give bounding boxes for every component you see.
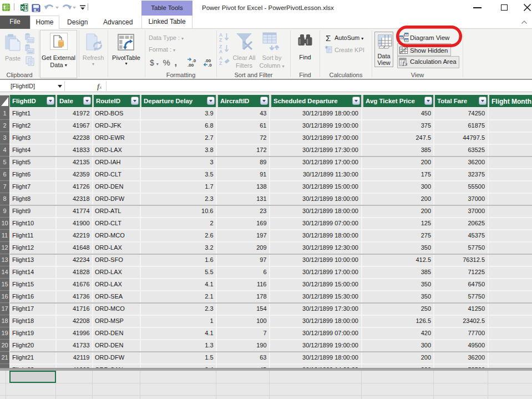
svg-text:.0: .0: [208, 63, 212, 67]
svg-text:.00: .00: [188, 63, 194, 67]
svg-text:Z: Z: [219, 60, 222, 66]
svg-text:x: x: [405, 62, 408, 67]
svg-text:A: A: [219, 49, 222, 54]
svg-text:Z: Z: [219, 37, 222, 43]
svg-text:X: X: [21, 5, 24, 11]
